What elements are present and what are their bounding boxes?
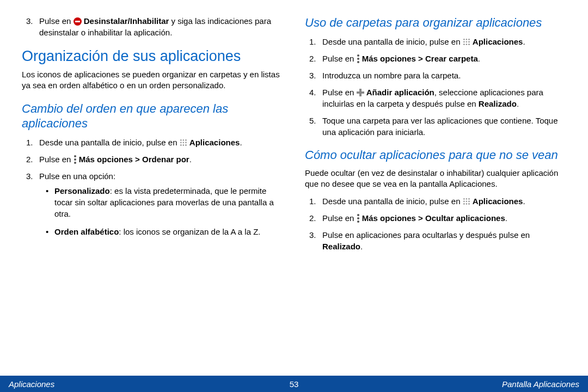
option-bullets: Personalizado: es la vista predeterminad… — [39, 185, 283, 237]
footer-right: Pantalla Aplicaciones — [389, 379, 579, 389]
text: . — [240, 138, 242, 147]
text: Pulse en — [322, 88, 357, 97]
text: Pulse en — [39, 16, 74, 26]
text: . — [517, 99, 519, 108]
step-number: 3. — [26, 170, 33, 182]
text-bold: Realizado — [322, 242, 360, 251]
text: Desde una pantalla de inicio, pulse en — [322, 37, 463, 46]
text: : los iconos se organizan de la A a la Z… — [119, 227, 260, 236]
text: . — [505, 213, 507, 223]
step-number: 3. — [309, 229, 316, 241]
apps-grid-icon — [180, 139, 187, 146]
step-number: 2. — [309, 53, 316, 64]
remove-icon — [74, 17, 82, 26]
content: 3. Pulse en Desinstalar/Inhabilitar y si… — [0, 0, 588, 376]
text-bold: Más opciones > Ordenar por — [79, 155, 189, 164]
step-number: 2. — [309, 212, 316, 224]
footer-left: Aplicaciones — [9, 379, 199, 389]
text: Desde una pantalla de inicio, pulse en — [39, 138, 180, 147]
plus-icon — [357, 89, 364, 96]
step-number: 1. — [309, 195, 316, 207]
text: Desde una pantalla de inicio, pulse en — [322, 197, 463, 206]
more-options-icon — [357, 54, 360, 63]
text-bold: Aplicaciones — [473, 197, 523, 206]
step-2: 2. Pulse en Más opciones > Crear carpeta… — [305, 53, 566, 64]
step-number: 3. — [309, 70, 316, 81]
text-bold: Más opciones > Crear carpeta — [362, 54, 478, 63]
heading-hide: Cómo ocultar aplicaciones para que no se… — [305, 148, 566, 163]
text: Pulse en aplicaciones para ocultarlas y … — [322, 230, 530, 240]
text-bold: Aplicaciones — [473, 37, 523, 46]
footer: Aplicaciones 53 Pantalla Aplicaciones — [0, 376, 588, 392]
text-bold: Añadir aplicación — [366, 88, 434, 97]
heading-folders: Uso de carpetas para organizar aplicacio… — [305, 15, 566, 30]
text: Pulse en — [322, 213, 357, 223]
folders-steps: 1. Desde una pantalla de inicio, pulse e… — [305, 36, 566, 138]
step-2: 2. Pulse en Más opciones > Ocultar aplic… — [305, 212, 566, 224]
left-column: 3. Pulse en Desinstalar/Inhabilitar y si… — [22, 15, 283, 376]
text: . — [189, 155, 192, 164]
text: Pulse en — [39, 155, 74, 164]
intro-text: Los iconos de aplicaciones se pueden org… — [22, 69, 283, 91]
step-number: 1. — [26, 137, 33, 148]
hide-intro: Puede ocultar (en vez de desinstalar o i… — [305, 168, 566, 190]
step-number: 2. — [26, 154, 33, 165]
text-bold: Orden alfabético — [54, 227, 119, 236]
bullet-alpha: Orden alfabético: los iconos se organiza… — [39, 226, 283, 237]
uninstall-step-3: 3. Pulse en Desinstalar/Inhabilitar y si… — [22, 15, 283, 38]
step-2: 2. Pulse en Más opciones > Ordenar por. — [22, 154, 283, 165]
page: 3. Pulse en Desinstalar/Inhabilitar y si… — [0, 0, 588, 392]
step-3: 3. Pulse en aplicaciones para ocultarlas… — [305, 229, 566, 252]
text: . — [523, 37, 525, 46]
text-bold: Más opciones > Ocultar aplicaciones — [362, 213, 505, 223]
step-number: 5. — [309, 115, 316, 126]
text: Toque una carpeta para ver las aplicacio… — [322, 116, 558, 137]
text: Pulse en una opción: — [39, 171, 115, 181]
step-1: 1. Desde una pantalla de inicio, pulse e… — [22, 137, 283, 148]
apps-grid-icon — [463, 38, 470, 46]
text-bold: Aplicaciones — [189, 138, 240, 147]
change-order-steps: 1. Desde una pantalla de inicio, pulse e… — [22, 137, 283, 237]
step-4: 4. Pulse en Añadir aplicación, seleccion… — [305, 87, 566, 109]
hide-steps: 1. Desde una pantalla de inicio, pulse e… — [305, 195, 566, 252]
apps-grid-icon — [463, 198, 470, 205]
step-3: 3. Introduzca un nombre para la carpeta. — [305, 70, 566, 81]
step-1: 1. Desde una pantalla de inicio, pulse e… — [305, 36, 566, 47]
bullet-custom: Personalizado: es la vista predeterminad… — [39, 185, 283, 219]
text: Pulse en — [322, 54, 357, 63]
step-1: 1. Desde una pantalla de inicio, pulse e… — [305, 195, 566, 207]
text: Introduzca un nombre para la carpeta. — [322, 71, 461, 80]
text: . — [360, 242, 363, 251]
text-bold: Personalizado — [54, 186, 110, 195]
step-number: 4. — [309, 87, 316, 98]
uninstall-list: 3. Pulse en Desinstalar/Inhabilitar y si… — [22, 15, 283, 38]
text: . — [523, 197, 525, 206]
more-options-icon — [357, 214, 360, 223]
step-5: 5. Toque una carpeta para ver las aplica… — [305, 115, 566, 138]
heading-change-order: Cambio del orden en que aparecen las apl… — [22, 101, 283, 131]
step-number: 1. — [309, 36, 316, 47]
more-options-icon — [74, 155, 77, 164]
footer-page-number: 53 — [199, 379, 389, 389]
text: . — [478, 54, 480, 63]
step-number: 3. — [26, 15, 33, 27]
step-3: 3. Pulse en una opción: Personalizado: e… — [22, 170, 283, 237]
right-column: Uso de carpetas para organizar aplicacio… — [305, 15, 566, 376]
heading-organize: Organización de sus aplicaciones — [22, 48, 283, 65]
text-bold: Realizado — [479, 99, 517, 108]
text-bold: Desinstalar/Inhabilitar — [84, 16, 169, 26]
